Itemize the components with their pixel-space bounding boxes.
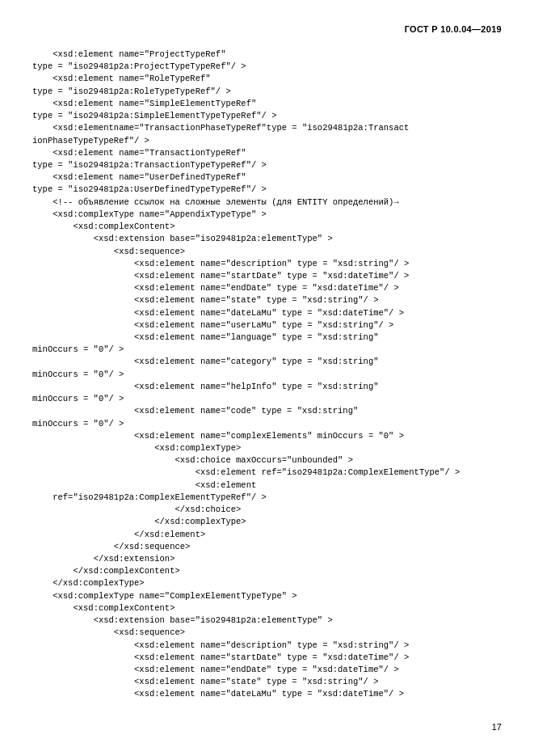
page-header: ГОСТ Р 10.0.04—2019 [32, 24, 502, 34]
page-number: 17 [492, 722, 502, 732]
document-title: ГОСТ Р 10.0.04—2019 [405, 24, 502, 34]
code-content: <xsd:element name="ProjectTypeRef" type … [32, 49, 502, 701]
page: ГОСТ Р 10.0.04—2019 <xsd:element name="P… [0, 0, 534, 756]
